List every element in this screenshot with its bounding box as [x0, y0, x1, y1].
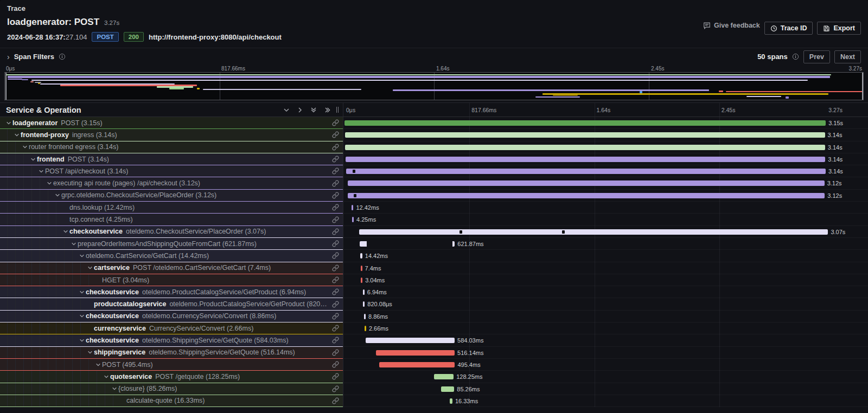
span-bar[interactable] [363, 301, 365, 307]
span-bar[interactable] [360, 241, 455, 247]
span-row[interactable]: checkoutserviceoteldemo.ProductCatalogSe… [0, 286, 868, 298]
span-row-left[interactable]: cartservicePOST /oteldemo.CartService/Ge… [0, 262, 343, 274]
span-bar[interactable] [344, 120, 826, 126]
span-link-icon[interactable] [332, 325, 339, 332]
span-bar[interactable] [361, 266, 362, 271]
span-link-icon[interactable] [332, 313, 339, 320]
span-row[interactable]: executing api route (pages) /api/checkou… [0, 177, 868, 189]
collapse-chevron-icon[interactable] [29, 157, 37, 162]
span-row-left[interactable]: {closure} (85.26ms) [0, 383, 343, 395]
span-row-timeline[interactable]: 3.07s [343, 226, 868, 238]
span-row-left[interactable]: frontendPOST (3.14s) [0, 153, 343, 165]
span-row[interactable]: cartservicePOST /oteldemo.CartService/Ge… [0, 262, 868, 274]
span-bar[interactable] [352, 217, 354, 222]
span-link-icon[interactable] [332, 131, 339, 138]
span-row-left[interactable]: prepareOrderItemsAndShippingQuoteFromCar… [0, 238, 343, 250]
span-row[interactable]: {closure} (85.26ms)85.26ms [0, 383, 868, 395]
span-bar[interactable] [352, 205, 353, 210]
span-row[interactable]: frontend-proxyingress (3.14s)3.14s [0, 129, 868, 141]
span-link-icon[interactable] [332, 167, 339, 175]
collapse-chevron-icon[interactable] [4, 120, 12, 126]
span-row[interactable]: checkoutserviceoteldemo.CurrencyService/… [0, 311, 868, 322]
span-row[interactable]: frontendPOST (3.14s)3.14s [0, 153, 868, 165]
span-row[interactable]: checkoutserviceoteldemo.CheckoutService/… [0, 226, 868, 238]
span-link-icon[interactable] [332, 252, 339, 259]
span-bar[interactable] [376, 350, 455, 356]
span-link-icon[interactable] [332, 373, 339, 380]
minimap-viewport-handle[interactable] [5, 73, 7, 100]
span-bar[interactable] [346, 157, 825, 162]
span-row-timeline[interactable]: 584.03ms [343, 334, 868, 346]
span-row-left[interactable]: tcp.connect (4.25ms) [0, 214, 343, 225]
span-row[interactable]: currencyserviceCurrencyService/Convert (… [0, 322, 868, 334]
span-link-icon[interactable] [332, 228, 339, 235]
span-bar[interactable] [348, 193, 825, 198]
span-row-timeline[interactable]: 3.14s [343, 165, 868, 177]
span-row-timeline[interactable]: 8.86ms [343, 311, 868, 322]
span-row-left[interactable]: calculate-quote (16.33ms) [0, 395, 343, 407]
span-row-left[interactable]: dns.lookup (12.42ms) [0, 202, 343, 214]
span-row-timeline[interactable]: 3.12s [343, 177, 868, 189]
span-row-timeline[interactable]: 16.33ms [343, 395, 868, 407]
span-link-icon[interactable] [332, 301, 339, 308]
collapse-chevron-icon[interactable] [61, 229, 69, 234]
span-row-timeline[interactable]: 3.14s [343, 141, 868, 153]
span-row-timeline[interactable]: 128.25ms [343, 371, 868, 383]
span-link-icon[interactable] [332, 119, 339, 126]
span-row-left[interactable]: grpc.oteldemo.CheckoutService/PlaceOrder… [0, 190, 343, 202]
span-row-timeline[interactable]: 14.42ms [343, 250, 868, 262]
span-row[interactable]: router frontend egress (3.14s)3.14s [0, 141, 868, 153]
expand-all-icon[interactable] [324, 107, 331, 113]
column-resize-handle[interactable] [336, 107, 339, 113]
span-row-timeline[interactable]: 820.08μs [343, 298, 868, 310]
span-row[interactable]: loadgeneratorPOST (3.15s)3.15s [0, 117, 868, 129]
span-row-left[interactable]: HGET (3.04ms) [0, 274, 343, 286]
span-row-left[interactable]: checkoutserviceoteldemo.ProductCatalogSe… [0, 286, 343, 298]
span-row-timeline[interactable]: 6.94ms [343, 286, 868, 298]
collapse-chevron-icon[interactable] [78, 289, 86, 295]
span-row-timeline[interactable]: 621.87ms [343, 238, 868, 250]
span-link-icon[interactable] [332, 288, 339, 295]
span-bar[interactable] [364, 314, 366, 319]
span-link-icon[interactable] [332, 337, 339, 344]
span-row-timeline[interactable]: 3.15s [343, 117, 868, 129]
span-row-timeline[interactable]: 85.26ms [343, 383, 868, 395]
collapse-chevron-icon[interactable] [21, 144, 29, 150]
collapse-chevron-icon[interactable] [37, 169, 45, 174]
span-row-timeline[interactable]: 7.4ms [343, 262, 868, 274]
collapse-one-icon[interactable] [283, 107, 290, 113]
expand-one-icon[interactable] [297, 107, 303, 113]
span-bar[interactable] [434, 374, 454, 379]
minimap-canvas[interactable] [4, 72, 864, 100]
span-bar[interactable] [348, 180, 825, 186]
span-link-icon[interactable] [332, 264, 339, 272]
span-bar[interactable] [450, 398, 452, 404]
span-row[interactable]: HGET (3.04ms)3.04ms [0, 274, 868, 286]
span-row-left[interactable]: oteldemo.CartService/GetCart (14.42ms) [0, 250, 343, 262]
span-row-timeline[interactable]: 3.04ms [343, 274, 868, 286]
next-button[interactable]: Next [834, 50, 861, 63]
collapse-chevron-icon[interactable] [12, 132, 21, 138]
span-row-timeline[interactable]: 4.25ms [343, 214, 868, 225]
span-row[interactable]: productcatalogserviceoteldemo.ProductCat… [0, 298, 868, 310]
span-row[interactable]: tcp.connect (4.25ms)4.25ms [0, 214, 868, 225]
span-row-timeline[interactable]: 3.12s [343, 190, 868, 202]
span-row[interactable]: checkoutserviceoteldemo.ShippingService/… [0, 334, 868, 346]
collapse-chevron-icon[interactable] [78, 253, 86, 259]
give-feedback-link[interactable]: Give feedback [703, 22, 760, 29]
export-button[interactable]: Export [817, 22, 861, 35]
span-link-icon[interactable] [332, 240, 339, 247]
span-bar[interactable] [345, 145, 825, 150]
span-bar[interactable] [359, 229, 828, 235]
span-row-left[interactable]: checkoutserviceoteldemo.CheckoutService/… [0, 226, 343, 238]
span-row-left[interactable]: quoteservicePOST /getquote (128.25ms) [0, 371, 343, 383]
minimap-viewport-handle[interactable] [862, 73, 863, 100]
span-bar[interactable] [345, 132, 825, 138]
span-link-icon[interactable] [332, 361, 339, 368]
span-row-timeline[interactable]: 516.14ms [343, 347, 868, 359]
span-row[interactable]: dns.lookup (12.42ms)12.42ms [0, 202, 868, 214]
span-link-icon[interactable] [332, 204, 339, 211]
span-bar[interactable] [365, 326, 366, 331]
span-link-icon[interactable] [332, 397, 339, 404]
span-row-timeline[interactable]: 495.4ms [343, 359, 868, 371]
